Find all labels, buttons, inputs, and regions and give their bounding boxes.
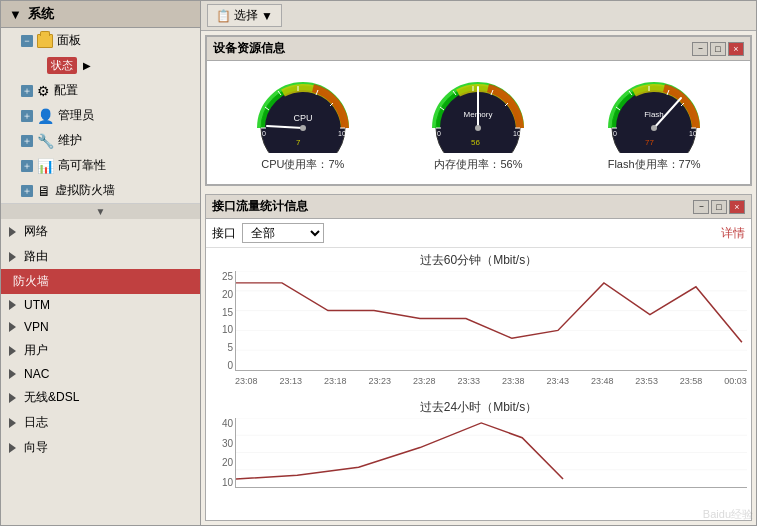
sidebar-item-label: 配置 — [54, 82, 78, 99]
flash-gauge-svg: Flash 0 100 77 — [599, 73, 709, 153]
chart-24h-svg — [236, 418, 747, 487]
y-label-15: 15 — [222, 307, 233, 318]
sidebar-item-nac[interactable]: NAC — [1, 363, 200, 385]
x-label: 23:33 — [457, 376, 480, 386]
flash-value: 77 — [645, 138, 654, 147]
sidebar-item-ha[interactable]: ＋ 📊 高可靠性 — [1, 153, 200, 178]
detail-link[interactable]: 详情 — [721, 225, 745, 242]
cpu-gauge-svg: CPU 0 100 7 — [248, 73, 358, 153]
chart-y-axis: 25 20 15 10 5 0 — [210, 271, 235, 371]
sidebar-item-user[interactable]: 用户 — [1, 338, 200, 363]
sidebar-item-vpn[interactable]: VPN — [1, 316, 200, 338]
collapse-icon: － — [21, 35, 33, 47]
x-label: 23:23 — [368, 376, 391, 386]
content-area: 📋 选择 ▼ 设备资源信息 － □ × — [201, 1, 756, 525]
sidebar-item-label: 虚拟防火墙 — [55, 182, 115, 199]
triangle-icon — [9, 227, 16, 237]
cpu-scale-100: 100 — [338, 130, 350, 137]
chart-x-labels: 23:08 23:13 23:18 23:23 23:28 23:33 23:3… — [235, 371, 747, 391]
interface-label: 接口 — [212, 225, 236, 242]
x-label: 23:43 — [546, 376, 569, 386]
folder-icon — [37, 34, 53, 48]
sidebar-item-label: 用户 — [24, 342, 48, 359]
triangle-icon — [9, 369, 16, 379]
chart-24h-title: 过去24小时（Mbit/s） — [210, 399, 747, 416]
charts-area: 过去60分钟（Mbit/s） 25 20 15 10 5 0 — [206, 248, 751, 520]
svg-point-19 — [475, 125, 481, 131]
restore-button[interactable]: □ — [710, 42, 726, 56]
select-label: 选择 — [234, 7, 258, 24]
sidebar-item-status[interactable]: 状态 ▶ — [1, 53, 200, 78]
chart-60min-area — [235, 271, 747, 371]
sidebar-item-maintenance[interactable]: ＋ 🔧 维护 — [1, 128, 200, 153]
memory-gauge-svg: Memory 0 100 56 — [423, 73, 533, 153]
minimize-button[interactable]: － — [692, 42, 708, 56]
memory-gauge: Memory 0 100 56 内存使用率：56% — [423, 73, 533, 172]
flash-scale-0: 0 — [613, 130, 617, 137]
chart-24h: 过去24小时（Mbit/s） 40 30 20 10 — [210, 399, 747, 508]
traffic-close-button[interactable]: × — [729, 200, 745, 214]
sidebar-item-label: 向导 — [24, 439, 48, 456]
device-resource-panel: 设备资源信息 － □ × — [205, 35, 752, 186]
close-button[interactable]: × — [728, 42, 744, 56]
y-label-10: 10 — [222, 324, 233, 335]
mem-scale-100: 100 — [513, 130, 525, 137]
triangle-icon — [9, 443, 16, 453]
ha-icon: 📊 — [37, 158, 54, 174]
sidebar-item-panel[interactable]: － 面板 — [1, 28, 200, 53]
traffic-panel-header: 接口流量统计信息 － □ × — [206, 195, 751, 219]
x-label: 23:53 — [635, 376, 658, 386]
y-label-25: 25 — [222, 271, 233, 282]
triangle-right: ▶ — [83, 60, 91, 71]
x-label: 00:03 — [724, 376, 747, 386]
traffic-restore-button[interactable]: □ — [711, 200, 727, 214]
vfw-icon: 🖥 — [37, 183, 51, 199]
sidebar-item-network[interactable]: 网络 — [1, 219, 200, 244]
sidebar-item-manager[interactable]: ＋ 👤 管理员 — [1, 103, 200, 128]
sidebar-item-label: UTM — [24, 298, 50, 312]
gauges-container: CPU 0 100 7 CPU使用率：7% — [215, 69, 742, 176]
sidebar-item-label: VPN — [24, 320, 49, 334]
device-panel-title: 设备资源信息 — [213, 40, 285, 57]
y-label-30: 30 — [222, 438, 233, 449]
triangle-icon — [9, 346, 16, 356]
sidebar-scroll-down[interactable]: ▼ — [1, 204, 200, 219]
sidebar-item-guide[interactable]: 向导 — [1, 435, 200, 460]
flash-label: Flash — [644, 110, 664, 119]
sidebar-title: 系统 — [28, 5, 54, 23]
mem-scale-0: 0 — [437, 130, 441, 137]
gear-icon: ⚙ — [37, 83, 50, 99]
y-label-20: 20 — [222, 289, 233, 300]
sidebar-item-label: 网络 — [24, 223, 48, 240]
sidebar-item-utm[interactable]: UTM — [1, 294, 200, 316]
x-label: 23:38 — [502, 376, 525, 386]
sidebar-item-label: 面板 — [57, 32, 81, 49]
toolbar: 📋 选择 ▼ — [201, 1, 756, 31]
interface-dropdown[interactable]: 全部 — [242, 223, 324, 243]
chart-24h-area — [235, 418, 747, 488]
sidebar-item-vfw[interactable]: ＋ 🖥 虚拟防火墙 — [1, 178, 200, 203]
y-label-0: 0 — [227, 360, 233, 371]
triangle-icon — [9, 393, 16, 403]
y-label-10: 10 — [222, 477, 233, 488]
sidebar-section-panel: － 面板 状态 ▶ ＋ ⚙ 配置 ＋ 👤 管理员 ＋ 🔧 — [1, 28, 200, 204]
select-icon: 📋 — [216, 9, 231, 23]
sidebar-expand-icon[interactable]: ▼ — [9, 7, 22, 22]
traffic-toolbar: 接口 全部 详情 — [206, 219, 751, 248]
sidebar-item-wireless[interactable]: 无线&DSL — [1, 385, 200, 410]
traffic-minimize-button[interactable]: － — [693, 200, 709, 214]
select-button[interactable]: 📋 选择 ▼ — [207, 4, 282, 27]
sidebar-item-label: 防火墙 — [13, 273, 49, 290]
sidebar-item-firewall[interactable]: 防火墙 — [1, 269, 200, 294]
expand-icon: ＋ — [21, 185, 33, 197]
watermark: Baidu经验 — [703, 507, 751, 520]
x-label: 23:18 — [324, 376, 347, 386]
sidebar-item-label: 高可靠性 — [58, 157, 106, 174]
sidebar-item-route[interactable]: 路由 — [1, 244, 200, 269]
sidebar-item-log[interactable]: 日志 — [1, 410, 200, 435]
sidebar-item-config[interactable]: ＋ ⚙ 配置 — [1, 78, 200, 103]
interface-select[interactable]: 全部 — [243, 224, 323, 242]
svg-point-29 — [651, 125, 657, 131]
chart-60min-title: 过去60分钟（Mbit/s） — [210, 252, 747, 269]
x-label: 23:48 — [591, 376, 614, 386]
